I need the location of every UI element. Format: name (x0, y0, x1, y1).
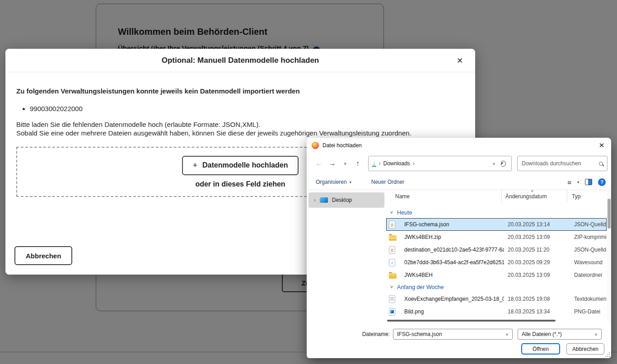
search-placeholder: Downloads durchsuchen (522, 160, 596, 167)
list-view-icon[interactable]: ≡ (567, 178, 571, 186)
modal-cancel-button[interactable]: Abbrechen (14, 246, 72, 265)
group-label: Heute (397, 210, 412, 216)
dropdown-icon: ▾ (350, 180, 351, 184)
chevron-down-icon: ∨ (594, 332, 598, 336)
group-chevron-icon[interactable]: ∨ (390, 285, 393, 289)
file-open-dialog: Datei hochladen ✕ ← → ∨ ↑ ↓ › Downloads … (307, 138, 611, 358)
search-icon (599, 162, 603, 166)
file-date: 20.03.2025 11:20 (504, 247, 570, 253)
file-list-body: ∨Heute{}IFSG-schema.json20.03.2025 13:14… (386, 202, 611, 318)
preview-pane-icon[interactable] (585, 179, 592, 185)
scrollbar-thumb[interactable] (608, 199, 611, 229)
column-header-date[interactable]: Änderungsdatum (501, 190, 567, 202)
file-name: destination_e021dc10-2ae5-423f-9777-6a..… (404, 247, 504, 253)
refresh-icon[interactable] (500, 161, 506, 167)
dialog-close-icon[interactable]: ✕ (592, 138, 611, 153)
file-row[interactable]: JWKs4BEH.zip20.03.2025 13:09ZIP-komprimi… (386, 231, 607, 243)
resize-grip[interactable] (605, 352, 610, 357)
filetype-value: Alle Dateien (*.*) (522, 331, 594, 337)
file-name: JWKs4BEH (404, 272, 504, 278)
forward-icon[interactable]: → (327, 159, 338, 168)
horizontal-scrollbar[interactable] (387, 320, 556, 322)
file-date: 20.03.2025 13:14 (504, 221, 570, 228)
modal-instructions: Bitte laden Sie die fehlenden Datenmodel… (16, 120, 464, 137)
file-row[interactable]: {}destination_e021dc10-2ae5-423f-9777-6a… (386, 243, 607, 256)
file-date: 20.03.2025 13:09 (504, 234, 570, 240)
address-bar[interactable]: ↓ › Downloads › ∨ (368, 156, 512, 171)
expander-chevron-icon[interactable]: › (314, 197, 316, 203)
upload-button-label: Datenmodelle hochladen (202, 161, 288, 169)
column-header-name[interactable]: Name (386, 193, 501, 200)
modal-title: Optional: Manuell Datenmodelle hochladen (162, 56, 319, 65)
dialog-titlebar[interactable]: Datei hochladen ✕ (307, 138, 611, 153)
filename-label: Dateiname: (307, 331, 393, 337)
open-button[interactable]: Öffnen (521, 343, 560, 355)
firefox-icon (312, 142, 319, 149)
group-label: Anfang der Woche (397, 284, 444, 290)
downloads-folder-icon: ↓ (372, 160, 376, 167)
file-name: Bild.png (404, 308, 504, 315)
text-file-icon (389, 295, 404, 303)
chevron-down-icon: ∨ (505, 332, 509, 336)
instruction-line-2: Sobald Sie eine oder mehrere Dateien aus… (16, 129, 464, 137)
sidebar-item-label: Desktop (332, 197, 352, 203)
file-date: 20.03.2025 13:09 (504, 272, 570, 278)
address-dropdown-icon[interactable]: ∨ (492, 162, 495, 166)
group-header[interactable]: ∨Heute (386, 207, 611, 218)
filename-input[interactable]: IFSG-schema.json ∨ (393, 329, 513, 340)
plus-icon: + (193, 161, 198, 170)
filetype-select[interactable]: Alle Dateien (*.*) ∨ (518, 329, 602, 340)
file-type: PNG-Datei (570, 308, 607, 315)
chevron-right-icon: › (379, 160, 381, 167)
json-file-icon: {} (389, 246, 404, 254)
breadcrumb[interactable]: Downloads (383, 160, 410, 167)
file-list: Name Änderungsdatum Typ ∨ ∨Heute{}IFSG-s… (386, 190, 611, 323)
upload-files-button[interactable]: + Datenmodelle hochladen (182, 156, 299, 175)
group-chevron-icon[interactable]: ∨ (390, 210, 393, 215)
desktop-icon (320, 197, 328, 203)
image-file-icon (389, 308, 404, 316)
instruction-line-1: Bitte laden Sie die fehlenden Datenmodel… (16, 120, 464, 129)
organize-menu[interactable]: Organisieren ▾ (316, 179, 351, 185)
file-date: 20.03.2025 09:29 (504, 259, 570, 266)
list-item: 99003002022000 (30, 105, 464, 112)
up-icon[interactable]: ↑ (352, 159, 364, 168)
file-row[interactable]: ♪02be7ddd-3b63-45a4-ac2f-ea5f7e2d6251...… (386, 256, 607, 269)
group-header[interactable]: ∨Anfang der Woche (386, 281, 611, 293)
new-folder-button[interactable]: Neuer Ordner (371, 179, 404, 185)
help-icon[interactable]: ? (598, 178, 606, 186)
file-row[interactable]: Bild.png18.03.2025 13:34PNG-Datei (386, 305, 607, 318)
audio-file-icon: ♪ (389, 259, 404, 266)
file-type: Wavesound (570, 259, 607, 266)
file-type: Textdokument (570, 296, 607, 302)
file-date: 18.03.2025 19:08 (504, 296, 570, 302)
close-icon[interactable]: ✕ (454, 55, 465, 66)
column-header-type[interactable]: Typ (567, 190, 611, 202)
dialog-buttons: Öffnen Abbrechen (307, 343, 604, 355)
dialog-footer: Dateiname: IFSG-schema.json ∨ Alle Datei… (307, 323, 611, 358)
dialog-content: › Desktop Name Änderungsdatum Typ ∨ ∨Heu… (307, 190, 611, 323)
command-bar: Organisieren ▾ Neuer Ordner ≡ ▾ ? (307, 174, 611, 190)
sidebar-item-desktop[interactable]: › Desktop (308, 192, 384, 208)
file-row[interactable]: JWKs4BEH20.03.2025 13:09Dateiordner (386, 269, 607, 281)
missing-services-list: 99003002022000 (30, 105, 464, 112)
view-dropdown-icon[interactable]: ▾ (577, 180, 579, 184)
file-type: Dateiordner (570, 272, 607, 278)
modal-header: Optional: Manuell Datenmodelle hochladen… (5, 49, 475, 72)
chevron-right-icon: › (413, 160, 415, 167)
file-type: JSON-Quelldatei (570, 221, 607, 228)
zip-file-icon (389, 234, 404, 241)
modal-body: Zu folgenden Verwaltungsleistungen konnt… (5, 72, 475, 148)
filename-value: IFSG-schema.json (397, 331, 505, 337)
file-row[interactable]: {}IFSG-schema.json20.03.2025 13:14JSON-Q… (386, 218, 607, 231)
file-row[interactable]: XoevExchangeEmpfangen_2025-03-18_08...18… (386, 293, 607, 305)
places-sidebar: › Desktop (307, 190, 386, 323)
folder-file-icon (389, 272, 404, 279)
history-chevron-icon[interactable]: ∨ (340, 161, 350, 166)
back-icon[interactable]: ← (313, 159, 325, 168)
json-file-icon: {} (389, 221, 404, 229)
search-input[interactable]: Downloads durchsuchen (517, 156, 608, 171)
dialog-cancel-button[interactable]: Abbrechen (566, 343, 604, 355)
vertical-scrollbar[interactable] (607, 190, 611, 323)
dropzone-hint: oder in dieses Feld ziehen (195, 180, 285, 188)
